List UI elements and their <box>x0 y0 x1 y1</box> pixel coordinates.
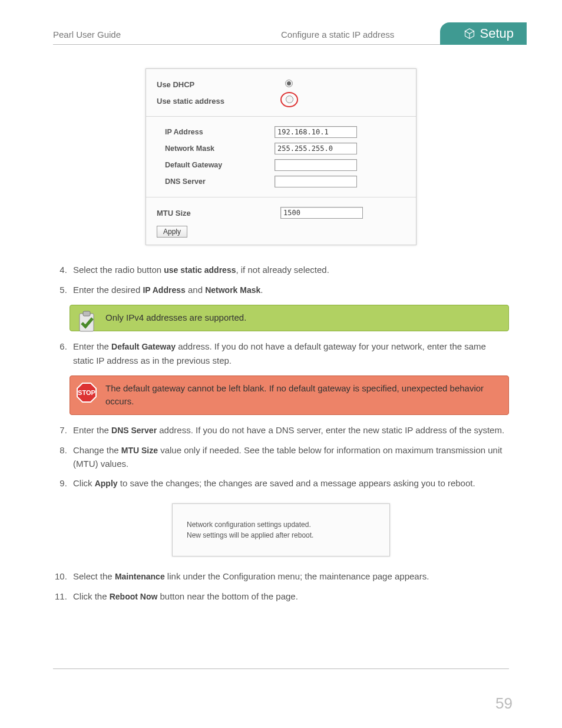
cube-icon <box>464 28 475 39</box>
page-header: Pearl User Guide Configure a static IP a… <box>53 29 509 45</box>
stop-icon: STOP <box>75 381 98 404</box>
step-6: Enter the Default Gateway address. If yo… <box>70 340 509 367</box>
step-8: Change the MTU Size value only if needed… <box>70 443 509 471</box>
default-gateway-label: Default Gateway <box>157 161 275 169</box>
step-7: Enter the DNS Server address. If you do … <box>70 423 509 437</box>
steps-list-4: Select the Maintenance link under the Co… <box>70 569 509 603</box>
header-left: Pearl User Guide <box>53 29 281 39</box>
apply-button[interactable]: Apply <box>157 226 187 238</box>
use-dhcp-label: Use DHCP <box>157 80 280 89</box>
mtu-size-input[interactable] <box>280 207 363 219</box>
ip-address-label: IP Address <box>157 128 275 136</box>
page-number: 59 <box>495 694 513 713</box>
network-mask-input[interactable] <box>275 143 357 154</box>
warning-text: The default gateway cannot be left blank… <box>105 383 484 407</box>
step-10: Select the Maintenance link under the Co… <box>70 569 509 584</box>
svg-rect-1 <box>83 311 90 316</box>
clipboard-check-icon <box>75 310 98 334</box>
tip-text: Only IPv4 addresses are supported. <box>105 312 246 322</box>
footer-divider <box>53 668 509 669</box>
step-11: Click the Reboot Now button near the bot… <box>70 589 509 604</box>
step-5: Enter the desired IP Address and Network… <box>70 283 509 297</box>
steps-list-2: Enter the Default Gateway address. If yo… <box>70 340 509 367</box>
use-dhcp-radio[interactable] <box>285 80 293 87</box>
svg-text:STOP: STOP <box>78 389 95 396</box>
steps-list-3: Enter the DNS Server address. If you do … <box>70 423 509 490</box>
network-mask-label: Network Mask <box>157 144 275 153</box>
dns-server-label: DNS Server <box>157 177 275 186</box>
setup-tab-label: Setup <box>480 26 514 41</box>
reboot-message-box: Network configuration settings updated. … <box>172 503 390 556</box>
msg-line-2: New settings will be applied after reboo… <box>187 530 375 541</box>
warning-callout: STOP The default gateway cannot be left … <box>70 375 509 415</box>
step-9: Click Apply to save the changes; the cha… <box>70 476 509 490</box>
msg-line-1: Network configuration settings updated. <box>187 519 375 530</box>
network-config-panel: Use DHCP Use static address IP Address <box>146 68 416 245</box>
steps-list: Select the radio button use static addre… <box>70 263 509 297</box>
ip-address-input[interactable] <box>275 126 357 138</box>
default-gateway-input[interactable] <box>275 159 357 171</box>
highlight-circle <box>280 92 298 107</box>
use-static-radio[interactable] <box>286 95 293 103</box>
tip-callout: Only IPv4 addresses are supported. <box>70 305 509 331</box>
mtu-size-label: MTU Size <box>157 209 280 218</box>
setup-tab: Setup <box>440 22 527 45</box>
dns-server-input[interactable] <box>275 176 357 187</box>
step-4: Select the radio button use static addre… <box>70 263 509 277</box>
use-static-label: Use static address <box>157 97 280 106</box>
